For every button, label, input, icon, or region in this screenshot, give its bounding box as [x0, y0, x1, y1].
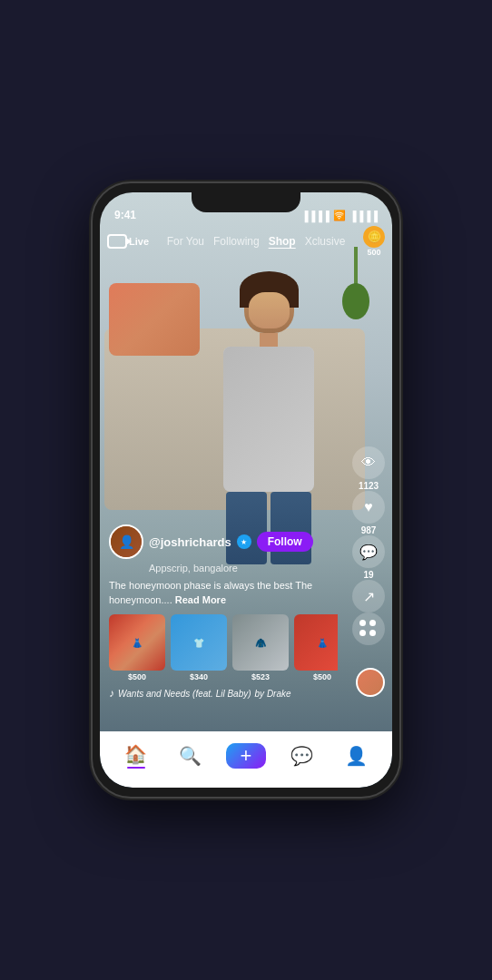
- nav-messages-button[interactable]: 💬: [284, 738, 320, 774]
- coin-badge[interactable]: 🪙 500: [363, 226, 385, 257]
- nav-create-button[interactable]: +: [226, 743, 266, 769]
- messages-icon: 💬: [290, 745, 313, 767]
- phone-frame: 9:41 ▐▐▐▐ 🛜 ▐▐▐▐ Live For You Following …: [91, 181, 401, 799]
- product-card-4[interactable]: 👗 $500: [294, 614, 338, 681]
- wifi-icon: 🛜: [333, 210, 346, 221]
- music-avatar: [356, 668, 385, 697]
- user-row: 👤 @joshrichards ★ Follow: [109, 524, 338, 559]
- home-active-indicator: [127, 767, 145, 769]
- music-song: Wants and Needs (feat. Lil Baby): [118, 689, 251, 699]
- product-card-2[interactable]: 👕 $340: [171, 614, 227, 681]
- likes-count: 987: [361, 525, 377, 535]
- product-image-3: 🧥: [232, 614, 289, 671]
- nav-search-button[interactable]: 🔍: [172, 738, 208, 774]
- more-action[interactable]: [352, 612, 385, 645]
- product-image-4: 👗: [294, 614, 338, 671]
- avatar[interactable]: 👤: [109, 524, 143, 559]
- live-button[interactable]: Live: [107, 234, 149, 249]
- phone-wrapper: 9:41 ▐▐▐▐ 🛜 ▐▐▐▐ Live For You Following …: [91, 181, 401, 799]
- right-actions: 👁 1123 ♥ 987 💬 19 ↗: [352, 446, 385, 597]
- product-strip: 👗 $500 👕 $340 🧥 $523 👗 $500: [109, 614, 338, 681]
- profile-icon: 👤: [345, 745, 368, 767]
- views-icon: 👁: [352, 446, 385, 479]
- comment-icon: 💬: [352, 535, 385, 568]
- coin-count: 500: [367, 248, 380, 257]
- comments-count: 19: [363, 570, 373, 580]
- phone-screen: 9:41 ▐▐▐▐ 🛜 ▐▐▐▐ Live For You Following …: [100, 192, 392, 788]
- battery-icon: ▐▐▐▐: [349, 211, 378, 221]
- share-icon: ↗: [352, 580, 385, 612]
- notch: [192, 192, 300, 212]
- nav-profile-button[interactable]: 👤: [338, 738, 374, 774]
- search-icon: 🔍: [179, 745, 202, 767]
- product-price-1: $500: [128, 672, 146, 681]
- bottom-info: 👤 @joshrichards ★ Follow Appscrip, banga…: [100, 524, 347, 701]
- plus-icon: +: [241, 744, 252, 768]
- live-icon: [107, 234, 127, 249]
- status-icons: ▐▐▐▐ 🛜 ▐▐▐▐: [301, 210, 378, 221]
- product-card-1[interactable]: 👗 $500: [109, 614, 165, 681]
- share-action[interactable]: ↗: [352, 580, 385, 612]
- bottom-nav: 🏠 🔍 + 💬 👤: [100, 731, 392, 788]
- product-image-1: 👗: [109, 614, 165, 671]
- heart-icon: ♥: [352, 491, 385, 524]
- nav-home-button[interactable]: 🏠: [118, 738, 154, 774]
- status-time: 9:41: [114, 209, 136, 221]
- top-nav: Live For You Following Shop Xclusive 🪙 5…: [100, 225, 392, 258]
- caption: The honeymoon phase is always the best T…: [109, 579, 338, 607]
- product-price-2: $340: [190, 672, 208, 681]
- read-more-button[interactable]: Read More: [175, 594, 226, 605]
- music-bar: ♪ Wants and Needs (feat. Lil Baby) by Dr…: [109, 687, 338, 700]
- views-action[interactable]: 👁 1123: [352, 446, 385, 491]
- nav-tabs: For You Following Shop Xclusive: [167, 235, 346, 248]
- username[interactable]: @joshrichards: [149, 535, 231, 549]
- music-artist: by Drake: [255, 689, 291, 699]
- tab-xclusive[interactable]: Xclusive: [305, 235, 346, 248]
- grid-icon: [352, 612, 385, 645]
- signal-icon: ▐▐▐▐: [301, 211, 330, 221]
- home-icon: 🏠: [124, 743, 147, 765]
- coin-icon: 🪙: [363, 226, 385, 248]
- tab-shop[interactable]: Shop: [269, 235, 296, 248]
- views-count: 1123: [359, 481, 379, 491]
- comments-action[interactable]: 💬 19: [352, 535, 385, 580]
- product-price-3: $523: [251, 672, 270, 681]
- tab-following[interactable]: Following: [213, 235, 260, 248]
- likes-action[interactable]: ♥ 987: [352, 491, 385, 535]
- verified-badge: ★: [237, 534, 251, 549]
- live-label: Live: [129, 236, 149, 247]
- user-location: Appscrip, bangalore: [149, 563, 338, 573]
- tab-for-you[interactable]: For You: [167, 235, 204, 248]
- product-card-3[interactable]: 🧥 $523: [232, 614, 289, 681]
- follow-button[interactable]: Follow: [257, 532, 313, 552]
- product-image-2: 👕: [171, 614, 227, 671]
- product-price-4: $500: [313, 672, 331, 681]
- music-note-icon: ♪: [109, 687, 114, 700]
